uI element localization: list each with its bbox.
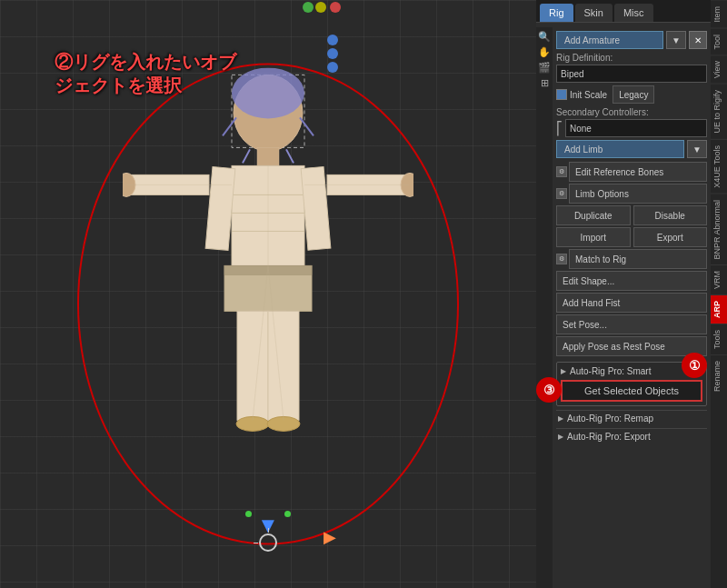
annotation-marker-3: ③ <box>536 377 562 403</box>
search-icon[interactable]: 🔍 <box>538 31 551 43</box>
side-tab-item[interactable]: Item <box>711 0 727 28</box>
side-tab-x4ue-tools[interactable]: X4UE Tools <box>711 139 727 194</box>
tab-skin[interactable]: Skin <box>575 4 612 22</box>
panel-scroll-content[interactable]: Add Armature ▼ ✕ Rig Definition: Biped I… <box>553 27 711 588</box>
grid-icon[interactable]: ⊞ <box>541 77 549 89</box>
side-tab-tool[interactable]: Tool <box>711 28 727 55</box>
init-scale-row: Init Scale Legacy <box>556 85 707 104</box>
foot-markers <box>245 511 291 517</box>
svg-line-3 <box>223 117 236 135</box>
add-armature-row: Add Armature ▼ ✕ <box>556 31 707 49</box>
edit-reference-bones-icon: ⚙ <box>556 166 567 177</box>
svg-line-6 <box>286 149 294 163</box>
panel-icon-column: 🔍 ✋ 🎬 ⊞ <box>536 27 553 588</box>
export-triangle-icon: ▶ <box>558 433 563 441</box>
duplicate-disable-row: Duplicate Disable <box>556 205 707 225</box>
viewport-3d[interactable]: ②リグを入れたいオブ ジェクトを選択 <box>0 0 536 588</box>
annotation-marker-1: ① <box>682 353 707 378</box>
side-tab-bnpr-abnormal[interactable]: BNPR Abnormal <box>711 194 727 265</box>
right-foot-marker <box>284 511 291 517</box>
svg-line-4 <box>300 117 314 135</box>
duplicate-btn[interactable]: Duplicate <box>556 205 631 225</box>
remap-section-header[interactable]: ▶ Auto-Rig Pro: Remap <box>556 410 707 426</box>
nav-dot-2[interactable] <box>327 48 338 59</box>
rig-type-row: Biped <box>556 65 707 83</box>
tab-misc[interactable]: Misc <box>614 4 653 22</box>
side-tab-tools[interactable]: Tools <box>711 324 727 354</box>
edit-reference-bones-row: ⚙ Edit Reference Bones <box>556 162 707 182</box>
svg-rect-7 <box>257 147 279 165</box>
bracket-icon: ⎡ <box>556 121 563 135</box>
tab-rig[interactable]: Rig <box>540 4 573 22</box>
crosshair-indicator <box>259 533 277 552</box>
edit-shape-btn[interactable]: Edit Shape... <box>556 271 707 291</box>
export-btn[interactable]: Export <box>633 227 708 247</box>
secondary-controllers-label: Secondary Controllers: <box>556 107 707 117</box>
match-to-rig-icon: ⚙ <box>556 254 567 264</box>
legacy-btn[interactable]: Legacy <box>612 85 654 104</box>
character-model <box>123 67 413 540</box>
tab-bar: Rig Skin Misc <box>536 0 711 23</box>
edit-reference-bones-btn[interactable]: Edit Reference Bones <box>569 162 707 182</box>
side-tab-ue-to-rigify[interactable]: UE to Rigify <box>711 84 727 139</box>
side-tab-arp[interactable]: ARP <box>711 294 727 324</box>
add-armature-btn[interactable]: Add Armature <box>556 31 663 49</box>
y-axis-dot <box>303 2 314 13</box>
secondary-controllers-row: ⎡ None <box>556 119 707 137</box>
svg-rect-23 <box>268 311 299 420</box>
add-armature-dropdown[interactable]: ▼ <box>666 31 686 49</box>
init-scale-label[interactable]: Init Scale <box>556 89 607 100</box>
get-selected-objects-btn[interactable]: Get Selected Objects <box>561 380 702 402</box>
import-btn[interactable]: Import <box>556 227 631 247</box>
rig-definition-label: Rig Definition: <box>556 53 707 63</box>
camera-icon[interactable]: 🎬 <box>538 62 551 74</box>
match-to-rig-btn[interactable]: Match to Rig <box>569 249 707 269</box>
x-axis-dot <box>315 2 326 13</box>
navigation-dots[interactable] <box>327 35 338 73</box>
set-pose-btn[interactable]: Set Pose... <box>556 314 707 334</box>
svg-rect-22 <box>237 311 268 420</box>
limb-options-icon: ⚙ <box>556 188 567 199</box>
nav-dot-3[interactable] <box>327 62 338 73</box>
annotation-step2: ②リグを入れたいオブ ジェクトを選択 <box>55 50 236 97</box>
add-limb-dropdown[interactable]: ▼ <box>687 140 707 158</box>
right-panel: Rig Skin Misc 🔍 ✋ 🎬 ⊞ Add Armature ▼ ✕ R… <box>536 0 711 588</box>
apply-pose-btn[interactable]: Apply Pose as Rest Pose <box>556 336 707 356</box>
side-tab-rename[interactable]: Rename <box>711 354 727 397</box>
viewport-axis-indicators <box>303 2 341 13</box>
match-to-rig-row: ⚙ Match to Rig <box>556 249 707 269</box>
svg-rect-12 <box>301 166 331 250</box>
init-scale-checkbox[interactable] <box>556 89 567 100</box>
add-armature-close[interactable]: ✕ <box>689 31 707 49</box>
z-axis-dot <box>330 2 341 13</box>
right-arrow-indicator: ▶ <box>324 527 336 547</box>
nav-dot-1[interactable] <box>327 35 338 45</box>
side-tab-vrm[interactable]: VRM <box>711 264 727 294</box>
side-tabs: Item Tool View UE to Rigify X4UE Tools B… <box>711 0 727 588</box>
limb-options-row: ⚙ Limb Options <box>556 184 707 204</box>
import-export-row: Import Export <box>556 227 707 247</box>
add-hand-fist-btn[interactable]: Add Hand Fist <box>556 293 707 313</box>
disable-btn[interactable]: Disable <box>633 205 708 225</box>
remap-triangle-icon: ▶ <box>558 414 563 423</box>
secondary-none-input[interactable]: None <box>565 119 707 137</box>
smart-triangle-icon: ▶ <box>561 367 566 375</box>
hand-icon[interactable]: ✋ <box>538 46 551 58</box>
svg-rect-13 <box>205 166 235 250</box>
limb-options-btn[interactable]: Limb Options <box>569 184 707 204</box>
rig-type-input[interactable]: Biped <box>556 65 707 83</box>
export-section-header[interactable]: ▶ Auto-Rig Pro: Export <box>556 428 707 444</box>
add-limb-btn[interactable]: Add Limb <box>556 140 684 158</box>
left-foot-marker <box>245 511 252 517</box>
add-limb-row: Add Limb ▼ <box>556 140 707 158</box>
side-tab-view[interactable]: View <box>711 55 727 84</box>
svg-line-5 <box>243 149 250 163</box>
svg-point-2 <box>232 67 304 118</box>
